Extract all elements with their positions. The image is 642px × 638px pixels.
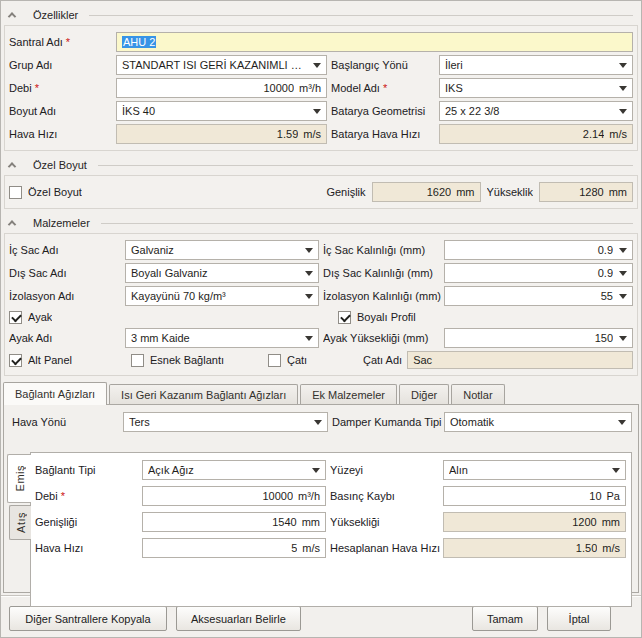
ic-sac-kalinligi-select[interactable]: 0.9 [444, 240, 633, 260]
section-header-malzemeler[interactable]: Malzemeler [1, 213, 641, 233]
yukseklik-label: Yükseklik [487, 186, 533, 198]
model-adi-select[interactable]: IKS [439, 78, 633, 98]
ayak-checkbox[interactable]: Ayak [9, 311, 338, 324]
debi-input[interactable]: 10000m³/h [116, 78, 327, 98]
checkbox-icon [9, 186, 22, 199]
santral-adi-input[interactable]: AHU 2 [116, 32, 633, 52]
chevron-down-icon [612, 468, 620, 473]
ozellikler-box: Santral Adı* AHU 2 Grup Adı STANDART ISI… [4, 25, 638, 151]
chevron-down-icon [619, 271, 627, 276]
ozel-boyut-checkbox-label: Özel Boyut [28, 186, 82, 198]
side-tab-atis[interactable]: Atış [9, 505, 31, 540]
cancel-button[interactable]: İptal [547, 606, 611, 631]
chevron-down-icon [312, 468, 320, 473]
izolasyon-adi-select[interactable]: Kayayünü 70 kg/m³ [125, 286, 319, 306]
batarya-geometrisi-label: Batarya Geometrisi [331, 105, 439, 117]
row-ayak-checkboxes: Ayak Boyalı Profil [9, 309, 633, 325]
section-divider [89, 15, 633, 16]
yukseklik-field: 1280mm [539, 182, 633, 202]
checkbox-icon [9, 311, 22, 324]
chevron-down-icon [619, 109, 627, 114]
cati-adi-field: Sac [407, 351, 633, 369]
checkbox-icon [338, 311, 351, 324]
tab-diger[interactable]: Diğer [399, 384, 449, 404]
chevron-down-icon [619, 63, 627, 68]
row-hava-hizi: Hava Hızı 1.59m/s Batarya Hava Hızı 2.14… [9, 124, 633, 144]
debi-label: Debi* [9, 82, 108, 94]
chevron-down-icon [313, 63, 321, 68]
ayak-yuksekligi-select[interactable]: 150 [444, 328, 633, 348]
chevron-down-icon [619, 336, 627, 341]
hava-yonu-select[interactable]: Ters [123, 412, 328, 432]
baglanti-tipi-select[interactable]: Açık Ağız [142, 460, 326, 480]
esnek-baglanti-checkbox[interactable]: Esnek Bağlantı [131, 354, 268, 367]
copy-to-other-units-button[interactable]: Diğer Santrallere Kopyala [9, 606, 167, 631]
santral-adi-label: Santral Adı* [9, 36, 108, 48]
baglanti-tipi-label: Bağlantı Tipi [35, 464, 142, 476]
panel-debi-input[interactable]: 10000m³/h [142, 486, 326, 506]
ayak-adi-select[interactable]: 3 mm Kaide [125, 328, 319, 348]
emis-panel: Bağlantı Tipi Açık Ağız Yüzeyi Alın Debi… [30, 452, 632, 607]
yukseklik-unit: mm [609, 186, 627, 198]
dis-sac-kalinligi-label: Dış Sac Kalınlığı (mm) [323, 267, 444, 279]
batarya-hava-hizi-unit: m/s [609, 128, 627, 140]
collapse-chevron-icon [8, 220, 16, 228]
side-tab-emis[interactable]: Emiş [7, 454, 31, 503]
panel-hava-hizi-unit: m/s [302, 542, 320, 554]
chevron-down-icon [619, 86, 627, 91]
panel-debi-unit: m³/h [298, 490, 320, 502]
malzemeler-box: İç Sac Adı Galvaniz İç Sac Kalınlığı (mm… [4, 233, 638, 376]
chevron-down-icon [618, 420, 626, 425]
genislik-label: Genişlik [326, 186, 365, 198]
damper-kumanda-tipi-select[interactable]: Otomatik [444, 412, 632, 432]
section-header-ozel-boyut[interactable]: Özel Boyut [1, 155, 641, 175]
baslangic-yonu-select[interactable]: İleri [439, 55, 633, 75]
tab-notlar[interactable]: Notlar [451, 384, 504, 404]
ic-sac-adi-select[interactable]: Galvaniz [125, 240, 319, 260]
alt-panel-checkbox-label: Alt Panel [28, 354, 72, 366]
batarya-hava-hizi-label: Batarya Hava Hızı [331, 128, 439, 140]
required-marker: * [61, 490, 65, 502]
row-alt-panel: Alt Panel Esnek Bağlantı Çatı Çatı Adı S… [9, 351, 633, 369]
dis-sac-adi-select[interactable]: Boyalı Galvaniz [125, 263, 319, 283]
ozel-boyut-box: Özel Boyut Genişlik 1620mm Yükseklik 128… [4, 175, 638, 209]
row-ayak-adi: Ayak Adı 3 mm Kaide Ayak Yüksekliği (mm)… [9, 328, 633, 348]
cati-checkbox[interactable]: Çatı [268, 354, 363, 367]
row-ozel-boyut: Özel Boyut Genişlik 1620mm Yükseklik 128… [9, 182, 633, 202]
tab-isi-geri-kazanim-baglanti-agizlari[interactable]: Isı Geri Kazanım Bağlantı Ağızları [109, 384, 298, 404]
tab-baglanti-agizlari[interactable]: Bağlantı Ağızları [3, 382, 107, 405]
cati-adi-label: Çatı Adı [363, 354, 402, 366]
ozel-boyut-checkbox[interactable]: Özel Boyut [9, 186, 82, 199]
hava-hizi-label: Hava Hızı [9, 128, 108, 140]
row-panel-debi: Debi* 10000m³/h Basınç Kaybı 10Pa [35, 486, 626, 506]
boyut-adi-select[interactable]: İKS 40 [116, 101, 327, 121]
select-accessories-button[interactable]: Aksesuarları Belirle [176, 606, 301, 631]
chevron-down-icon [305, 336, 313, 341]
chevron-down-icon [313, 109, 321, 114]
section-header-ozellikler[interactable]: Özellikler [1, 5, 641, 25]
ok-button[interactable]: Tamam [472, 606, 538, 631]
chevron-down-icon [314, 420, 322, 425]
required-marker: * [66, 36, 70, 48]
yuzeyi-select[interactable]: Alın [443, 460, 626, 480]
section-title: Malzemeler [24, 217, 90, 229]
cati-checkbox-label: Çatı [287, 354, 307, 366]
tab-ek-malzemeler[interactable]: Ek Malzemeler [300, 384, 397, 404]
boyali-profil-checkbox-label: Boyalı Profil [357, 311, 416, 323]
row-boyut-adi: Boyut Adı İKS 40 Batarya Geometrisi 25 x… [9, 101, 633, 121]
batarya-geometrisi-select[interactable]: 25 x 22 3/8 [439, 101, 633, 121]
dis-sac-kalinligi-select[interactable]: 0.9 [444, 263, 633, 283]
basinc-kaybi-input[interactable]: 10Pa [443, 486, 626, 506]
grup-adi-select[interactable]: STANDART ISI GERİ KAZANIMLI KL... [116, 55, 327, 75]
chevron-down-icon [305, 271, 313, 276]
collapse-chevron-icon [8, 12, 16, 20]
boyali-profil-checkbox[interactable]: Boyalı Profil [338, 311, 416, 324]
alt-panel-checkbox[interactable]: Alt Panel [9, 354, 131, 367]
esnek-baglanti-checkbox-label: Esnek Bağlantı [150, 354, 224, 366]
panel-hava-hizi-input[interactable]: 5m/s [142, 538, 326, 558]
row-panel-hava-hizi: Hava Hızı 5m/s Hesaplanan Hava Hızı 1.50… [35, 538, 626, 558]
genisligi-input[interactable]: 1540mm [142, 512, 326, 532]
izolasyon-kalinligi-select[interactable]: 55 [444, 286, 633, 306]
chevron-down-icon [619, 294, 627, 299]
row-santral-adi: Santral Adı* AHU 2 [9, 32, 633, 52]
